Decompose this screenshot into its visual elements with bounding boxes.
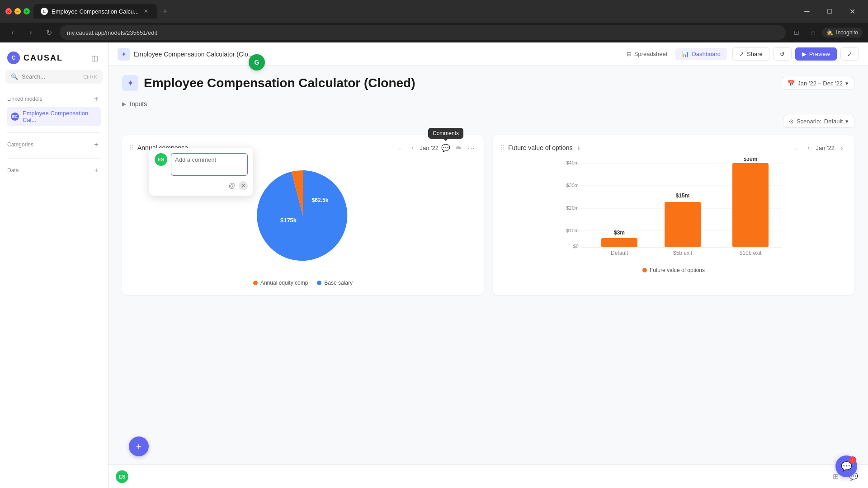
scenario-chevron-icon: ▾ <box>845 118 849 125</box>
scenario-value: Default <box>824 118 843 125</box>
date-range-text: Jan '22 – Dec '22 <box>797 80 843 87</box>
legend-item-base-salary: Base salary <box>317 280 353 286</box>
window-minimize-btn[interactable]: − <box>14 8 21 14</box>
pie-chart-list-btn[interactable]: ≡ <box>394 142 405 153</box>
bookmark-icon[interactable]: ☆ <box>806 25 820 40</box>
tab-dashboard[interactable]: 📊 Dashboard <box>675 48 727 60</box>
scenario-selector[interactable]: ⊙ Scenario: Default ▾ <box>783 115 854 128</box>
cast-icon[interactable]: ⊡ <box>789 25 804 40</box>
pie-chart-more-btn[interactable]: ⋯ <box>466 142 476 153</box>
spreadsheet-icon: ⊞ <box>627 51 632 57</box>
url-text: my.causal.app/models/235651/edit <box>67 29 157 36</box>
address-actions: ⊡ ☆ 🕵 Incognito <box>789 25 863 40</box>
comment-input[interactable] <box>171 153 248 176</box>
share-btn[interactable]: ↗ Share <box>732 47 769 61</box>
bar-chart-nav: ‹ Jan '22 › <box>803 142 847 153</box>
tab-close-btn[interactable]: ✕ <box>142 8 150 15</box>
preview-label: Preview <box>809 51 830 57</box>
bar-chart-title-row: ⠿ Future value of options ℹ <box>500 144 580 151</box>
pie-label-base-salary: $175k <box>280 217 297 224</box>
sidebar-item-employee-compensation[interactable]: EC Employee Compensation Cal... <box>7 107 101 126</box>
comment-action-buttons: @ ✕ <box>171 178 248 190</box>
date-range-picker[interactable]: 📅 Jan '22 – Dec '22 ▾ <box>782 77 854 90</box>
sidebar-add-category-btn[interactable]: + <box>92 140 101 149</box>
sidebar-add-linked-model-btn[interactable]: + <box>92 94 101 103</box>
sidebar-toggle-btn[interactable]: ◫ <box>88 52 101 64</box>
back-btn[interactable]: ‹ <box>5 25 20 40</box>
bar-label-5b: $5b exit <box>673 250 693 256</box>
grammarly-icon[interactable]: G <box>249 54 265 70</box>
pie-chart-comment-btn[interactable]: 💬 <box>440 142 451 153</box>
incognito-label: Incognito <box>836 29 858 36</box>
forward-btn[interactable]: › <box>24 25 38 40</box>
share-label: Share <box>747 51 763 57</box>
win-close-btn[interactable]: ✕ <box>842 4 863 19</box>
pie-chart-prev-btn[interactable]: ‹ <box>407 142 418 153</box>
bar-5b-exit <box>665 202 701 247</box>
drag-handle-icon[interactable]: ⠿ <box>129 144 134 151</box>
info-icon[interactable]: ℹ <box>578 145 580 151</box>
sidebar-section-header-data: Data + <box>7 166 101 175</box>
browser-chrome: ✕ − + E Employee Compensation Calcu... ✕… <box>0 0 868 23</box>
tab-spreadsheet[interactable]: ⊞ Spreadsheet <box>620 48 674 60</box>
tab-title: Employee Compensation Calcu... <box>52 8 139 15</box>
user-avatar: ES <box>116 470 128 483</box>
sidebar-item-label-employee-compensation: Employee Compensation Cal... <box>23 110 97 123</box>
legend-dot-equity-comp <box>253 281 258 285</box>
bar-chart-header: ⠿ Future value of options ℹ ≡ ‹ Jan '22 … <box>500 142 847 153</box>
bar-chart-list-btn[interactable]: ≡ <box>790 142 801 153</box>
legend-label-future-value: Future value of options <box>650 267 705 273</box>
sidebar-section-categories: Categories + <box>0 136 108 155</box>
bar-chart-prev-btn[interactable]: ‹ <box>803 142 814 153</box>
y-label-30m: $30m <box>566 183 579 188</box>
chat-support-btn[interactable]: 💬 1 <box>835 455 857 477</box>
incognito-icon: 🕵 <box>826 29 833 36</box>
refresh-btn[interactable]: ↻ <box>42 25 56 40</box>
win-restore-btn[interactable]: □ <box>819 4 840 19</box>
sidebar-section-header-linked-models: Linked models + <box>7 94 101 103</box>
bar-label-default-value: $3m <box>614 230 625 236</box>
search-bar[interactable]: 🔍 Search... Ctrl+K <box>5 70 103 84</box>
win-minimize-btn[interactable]: ─ <box>797 4 817 19</box>
comment-input-area: @ ✕ <box>171 153 248 190</box>
tab-spreadsheet-label: Spreadsheet <box>634 51 668 57</box>
preview-btn[interactable]: ▶ Preview <box>795 47 837 61</box>
sidebar-divider-2 <box>7 158 101 159</box>
tab-dashboard-label: Dashboard <box>692 51 721 57</box>
bar-chart-title: Future value of options <box>508 144 572 151</box>
inputs-section-toggle[interactable]: ▶ Inputs <box>122 100 854 108</box>
sidebar-add-data-btn[interactable]: + <box>92 166 101 175</box>
bar-drag-handle-icon[interactable]: ⠿ <box>500 144 505 151</box>
url-input[interactable]: my.causal.app/models/235651/edit <box>60 25 786 40</box>
sidebar-divider-1 <box>7 132 101 133</box>
tab-favicon: E <box>41 8 48 15</box>
comment-btn-wrapper: 💬 Comments <box>440 142 451 153</box>
cancel-comment-btn[interactable]: ✕ <box>239 181 248 190</box>
toolbar-tabs: ⊞ Spreadsheet 📊 Dashboard <box>620 48 727 60</box>
resize-btn[interactable]: ⤢ <box>840 47 859 61</box>
browser-tab-bar: E Employee Compensation Calcu... ✕ + <box>33 4 793 19</box>
scenario-label: Scenario: <box>797 118 821 125</box>
dashboard-icon: 📊 <box>682 51 689 57</box>
history-btn[interactable]: ↺ <box>773 47 792 61</box>
legend-label-equity-comp: Annual equity comp <box>260 280 308 286</box>
mention-btn[interactable]: @ <box>229 181 235 190</box>
window-close-btn[interactable]: ✕ <box>5 8 12 14</box>
bar-chart-period: Jan '22 <box>816 145 835 151</box>
bar-chart-legend: Future value of options <box>500 262 847 275</box>
bottom-bar: ES ⊞ 💬 <box>108 465 868 488</box>
add-content-btn[interactable]: + <box>129 436 149 456</box>
browser-window-controls: ✕ − + <box>5 8 30 14</box>
bar-chart-controls: ≡ ‹ Jan '22 › <box>790 142 847 153</box>
pie-chart-edit-btn[interactable]: ✏ <box>453 142 464 153</box>
bar-label-default: Default <box>611 250 628 256</box>
pie-chart-controls: ≡ ‹ Jan '22 💬 Comments <box>394 142 476 153</box>
active-browser-tab[interactable]: E Employee Compensation Calcu... ✕ <box>33 4 157 19</box>
bar-chart-next-btn[interactable]: › <box>836 142 847 153</box>
comment-avatar: ES <box>155 153 167 166</box>
chevron-down-icon: ▾ <box>845 80 849 87</box>
window-maximize-btn[interactable]: + <box>24 8 30 14</box>
content-area: ✦ Employee Compensation Calculator (Clon… <box>108 66 868 465</box>
new-tab-btn[interactable]: + <box>159 5 171 18</box>
comment-popup: ES @ ✕ <box>149 148 253 196</box>
